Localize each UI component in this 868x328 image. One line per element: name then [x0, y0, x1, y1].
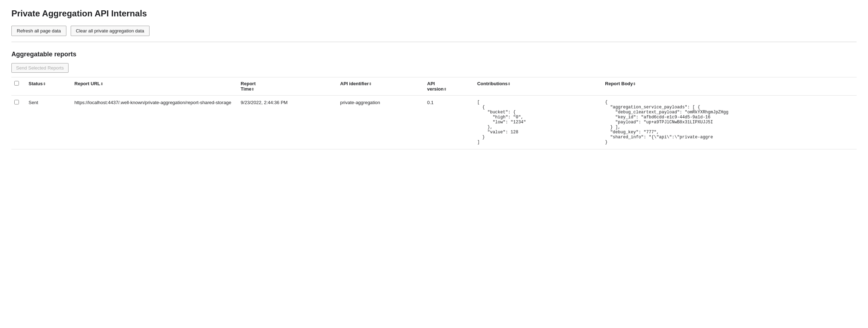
sort-icon-time[interactable]: ⇕	[251, 87, 254, 91]
refresh-button[interactable]: Refresh all page data	[11, 26, 66, 36]
row-api-version: 0.1	[423, 96, 473, 149]
row-api-identifier: private-aggregation	[336, 96, 423, 149]
page-title: Private Aggregation API Internals	[11, 9, 857, 19]
row-contributions: [ { "bucket": { "high": "0", "low": "123…	[473, 96, 601, 149]
sort-icon-url[interactable]: ⇕	[100, 82, 103, 86]
sort-icon-api-id[interactable]: ⇕	[369, 82, 372, 86]
header-report-time: ReportTime⇕	[236, 77, 336, 96]
row-status: Sent	[24, 96, 70, 149]
divider	[11, 42, 857, 42]
table-header-row: Status⇕ Report URL⇕ ReportTime⇕ API iden…	[11, 77, 857, 96]
header-report-url: Report URL⇕	[70, 77, 237, 96]
table-row: Senthttps://localhost:4437/.well-known/p…	[11, 96, 857, 149]
sort-icon-body[interactable]: ⇕	[633, 82, 636, 86]
sort-icon-contributions[interactable]: ⇕	[508, 82, 510, 86]
clear-button[interactable]: Clear all private aggregation data	[71, 26, 150, 36]
header-contributions: Contributions⇕	[473, 77, 601, 96]
row-report-url: https://localhost:4437/.well-known/priva…	[70, 96, 237, 149]
send-selected-reports-button[interactable]: Send Selected Reports	[11, 63, 69, 73]
header-report-body: Report Body⇕	[601, 77, 857, 96]
row-report-time: 9/23/2022, 2:44:36 PM	[236, 96, 336, 149]
toolbar: Refresh all page data Clear all private …	[11, 26, 857, 36]
section-title: Aggregatable reports	[11, 51, 857, 58]
select-all-checkbox[interactable]	[14, 81, 19, 86]
sort-icon-status[interactable]: ⇕	[43, 82, 46, 86]
row-checkbox[interactable]	[14, 100, 19, 104]
header-checkbox-col	[11, 77, 24, 96]
header-api-identifier: API identifier⇕	[336, 77, 423, 96]
send-button-wrapper: Send Selected Reports	[11, 63, 857, 73]
header-status: Status⇕	[24, 77, 70, 96]
row-checkbox-cell	[11, 96, 24, 149]
header-api-version: APIversion⇕	[423, 77, 473, 96]
reports-table: Status⇕ Report URL⇕ ReportTime⇕ API iden…	[11, 77, 857, 149]
row-report-body: { "aggregation_service_payloads": [ { "d…	[601, 96, 857, 149]
sort-icon-api-ver[interactable]: ⇕	[444, 87, 446, 91]
